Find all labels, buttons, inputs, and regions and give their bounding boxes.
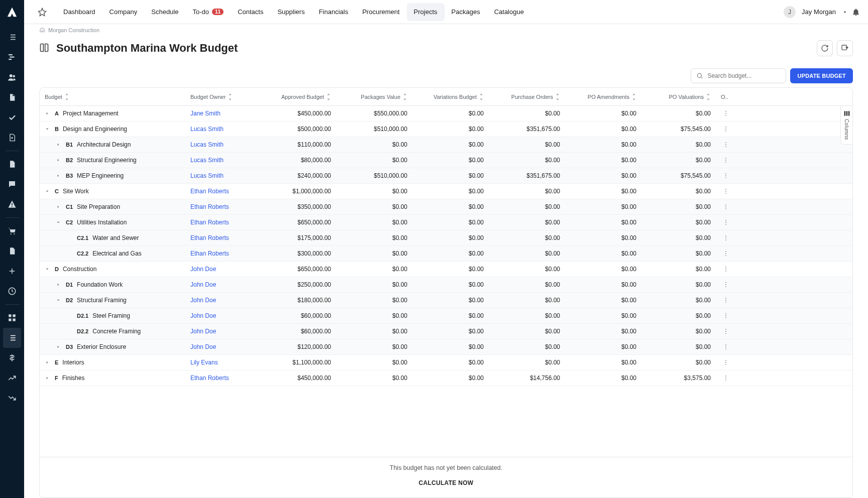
owner-link[interactable]: Lucas Smith <box>190 157 224 164</box>
table-row[interactable]: D2.1 Steel Framing John Doe $60,000.00 $… <box>40 308 852 324</box>
col-valuations[interactable]: PO Valuations <box>641 93 716 100</box>
side-doc-icon[interactable] <box>0 87 24 107</box>
row-menu-icon[interactable] <box>716 203 736 210</box>
side-chat-icon[interactable] <box>0 174 24 194</box>
col-approved[interactable]: Approved Budget <box>261 93 336 100</box>
owner-link[interactable]: Ethan Roberts <box>190 219 229 226</box>
expand-icon[interactable] <box>44 110 51 117</box>
table-row[interactable]: B Design and Engineering Lucas Smith $50… <box>40 121 852 137</box>
side-dollar-icon[interactable] <box>0 348 24 368</box>
expand-icon[interactable] <box>55 281 62 288</box>
owner-link[interactable]: John Doe <box>190 281 216 288</box>
owner-link[interactable]: Lily Evans <box>190 359 218 366</box>
nav-projects[interactable]: Projects <box>407 3 445 21</box>
row-menu-icon[interactable] <box>716 328 736 335</box>
nav-procurement[interactable]: Procurement <box>355 3 406 21</box>
search-field[interactable] <box>691 68 786 83</box>
side-add-icon[interactable] <box>0 261 24 281</box>
table-row[interactable]: D2.2 Concrete Framing John Doe $60,000.0… <box>40 324 852 339</box>
nav-catalogue[interactable]: Catalogue <box>487 3 531 21</box>
table-row[interactable]: D1 Foundation Work John Doe $250,000.00 … <box>40 277 852 293</box>
table-row[interactable]: D Construction John Doe $650,000.00 $0.0… <box>40 262 852 277</box>
col-amend[interactable]: PO Amendments <box>565 93 641 100</box>
columns-panel-toggle[interactable]: Columns <box>840 106 852 145</box>
side-file-icon[interactable] <box>0 154 24 174</box>
col-overflow[interactable]: O.. <box>716 94 736 100</box>
row-menu-icon[interactable] <box>716 266 736 273</box>
user-menu[interactable]: J Jay Morgan <box>784 6 848 18</box>
table-row[interactable]: D3 Exterior Enclosure John Doe $120,000.… <box>40 339 852 355</box>
side-gantt-icon[interactable] <box>0 47 24 67</box>
side-list-icon[interactable] <box>0 27 24 47</box>
row-menu-icon[interactable] <box>716 219 736 226</box>
side-grid-icon[interactable] <box>0 308 24 328</box>
expand-icon[interactable] <box>55 343 62 350</box>
nav-company[interactable]: Company <box>102 3 145 21</box>
table-row[interactable]: E Interiors Lily Evans $1,100,000.00 $0.… <box>40 355 852 370</box>
expand-icon[interactable] <box>44 266 51 273</box>
export-button[interactable] <box>837 40 853 56</box>
row-menu-icon[interactable] <box>716 188 736 195</box>
nav-contacts[interactable]: Contacts <box>231 3 270 21</box>
col-budget[interactable]: Budget <box>40 93 185 100</box>
table-row[interactable]: C Site Work Ethan Roberts $1,000,000.00 … <box>40 184 852 199</box>
update-budget-button[interactable]: UPDATE BUDGET <box>790 68 853 83</box>
nav-packages[interactable]: Packages <box>445 3 487 21</box>
table-row[interactable]: C2.2 Electrical and Gas Ethan Roberts $3… <box>40 246 852 262</box>
row-menu-icon[interactable] <box>716 234 736 241</box>
col-variations[interactable]: Variations Budget <box>412 93 489 100</box>
side-shopping-icon[interactable] <box>0 221 24 241</box>
breadcrumb[interactable]: Morgan Construction <box>24 24 868 33</box>
row-menu-icon[interactable] <box>716 141 736 148</box>
owner-link[interactable]: John Doe <box>190 328 216 335</box>
owner-link[interactable]: Ethan Roberts <box>190 250 229 257</box>
side-trend-down-icon[interactable] <box>0 388 24 408</box>
owner-link[interactable]: Ethan Roberts <box>190 203 229 210</box>
expand-icon[interactable] <box>55 172 62 179</box>
row-menu-icon[interactable] <box>716 312 736 319</box>
row-menu-icon[interactable] <box>716 126 736 133</box>
owner-link[interactable]: John Doe <box>190 297 216 304</box>
owner-link[interactable]: Lucas Smith <box>190 172 224 179</box>
calculate-now-button[interactable]: CALCULATE NOW <box>419 479 474 486</box>
nav-schedule[interactable]: Schedule <box>144 3 185 21</box>
table-row[interactable]: C2.1 Water and Sewer Ethan Roberts $175,… <box>40 230 852 246</box>
row-menu-icon[interactable] <box>716 375 736 382</box>
refresh-button[interactable] <box>817 40 833 56</box>
nav-financials[interactable]: Financials <box>312 3 356 21</box>
expand-icon[interactable] <box>44 188 51 195</box>
nav-dashboard[interactable]: Dashboard <box>56 3 102 21</box>
owner-link[interactable]: John Doe <box>190 312 216 319</box>
side-trend-up-icon[interactable] <box>0 368 24 388</box>
table-row[interactable]: D2 Structural Framing John Doe $180,000.… <box>40 293 852 308</box>
row-menu-icon[interactable] <box>716 250 736 257</box>
owner-link[interactable]: Jane Smith <box>190 110 221 117</box>
expand-icon[interactable] <box>44 359 51 366</box>
expand-icon[interactable] <box>44 375 51 382</box>
app-logo[interactable] <box>0 0 24 24</box>
nav-to-do[interactable]: To-do11 <box>185 3 231 21</box>
expand-icon[interactable] <box>55 219 62 226</box>
row-menu-icon[interactable] <box>716 110 736 117</box>
owner-link[interactable]: John Doe <box>190 343 216 350</box>
nav-suppliers[interactable]: Suppliers <box>270 3 311 21</box>
table-row[interactable]: C1 Site Preparation Ethan Roberts $350,0… <box>40 199 852 215</box>
col-owner[interactable]: Budget Owner <box>185 93 261 100</box>
table-row[interactable]: F Finishes Ethan Roberts $450,000.00 $0.… <box>40 370 852 386</box>
owner-link[interactable]: John Doe <box>190 266 216 273</box>
notifications-icon[interactable] <box>850 6 862 18</box>
expand-icon[interactable] <box>55 297 62 304</box>
favorite-star-icon[interactable] <box>32 8 52 17</box>
owner-link[interactable]: Lucas Smith <box>190 141 224 148</box>
col-packages[interactable]: Packages Value <box>336 93 412 100</box>
owner-link[interactable]: Ethan Roberts <box>190 188 229 195</box>
expand-icon[interactable] <box>55 203 62 210</box>
row-menu-icon[interactable] <box>716 172 736 179</box>
row-menu-icon[interactable] <box>716 297 736 304</box>
side-check-icon[interactable] <box>0 107 24 128</box>
row-menu-icon[interactable] <box>716 281 736 288</box>
owner-link[interactable]: Ethan Roberts <box>190 234 229 241</box>
expand-icon[interactable] <box>44 126 51 133</box>
expand-icon[interactable] <box>55 141 62 148</box>
col-po[interactable]: Purchase Orders <box>489 93 565 100</box>
